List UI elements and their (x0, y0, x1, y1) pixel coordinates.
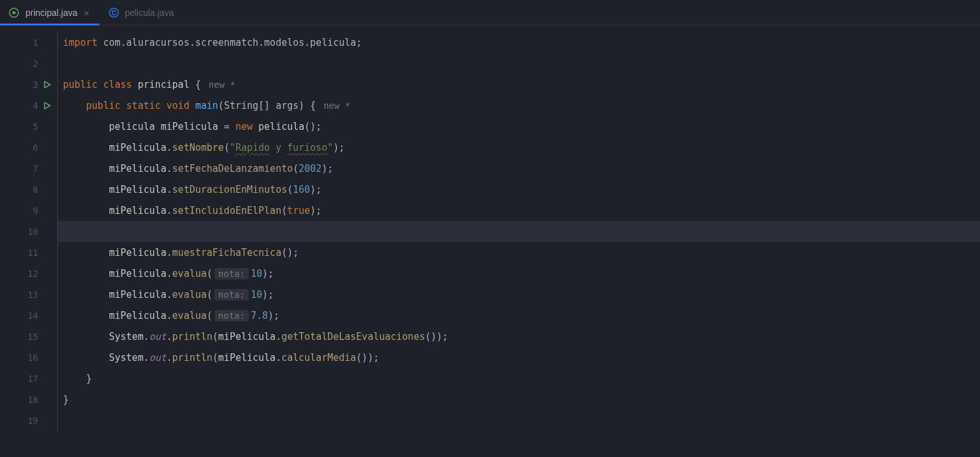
line-number: 8 (23, 185, 38, 195)
code-line[interactable]: public static void main(String[] args) {… (57, 95, 980, 116)
param-hint: nota: (214, 310, 249, 321)
line-number: 12 (23, 269, 38, 279)
code-editor[interactable]: 1 2 3 4 5 6 7 8 9 10 11 12 13 14 15 16 1… (0, 25, 980, 457)
line-number: 4 (23, 101, 38, 111)
code-line[interactable]: public class principal {new * (57, 74, 980, 95)
code-line[interactable]: miPelicula.setFechaDeLanzamiento(2002); (57, 158, 980, 179)
line-number: 11 (23, 248, 38, 258)
class-usage-hint: new * (209, 80, 235, 90)
code-line[interactable]: System.out.println(miPelicula.calcularMe… (57, 347, 980, 368)
code-line[interactable]: } (57, 389, 980, 410)
line-number: 3 (23, 80, 38, 90)
code-line[interactable]: System.out.println(miPelicula.getTotalDe… (57, 326, 980, 347)
gutter: 1 2 3 4 5 6 7 8 9 10 11 12 13 14 15 16 1… (0, 25, 57, 457)
line-number: 14 (23, 311, 38, 321)
tab-label: pelicula.java (125, 8, 174, 18)
code-line[interactable]: miPelicula.setDuracionEnMinutos(160); (57, 179, 980, 200)
svg-text:C: C (112, 10, 116, 17)
code-line[interactable]: miPelicula.evalua(nota:7.8); (57, 305, 980, 326)
line-number: 18 (23, 395, 38, 405)
close-icon[interactable]: ✕ (83, 6, 90, 19)
tab-pelicula-java[interactable]: C pelicula.java (99, 0, 183, 25)
method-usage-hint: new * (323, 101, 350, 111)
line-number: 19 (23, 416, 38, 426)
java-class-run-icon (9, 7, 20, 18)
editor-tabs: principal.java ✕ C pelicula.java (0, 0, 980, 25)
java-class-icon: C (108, 7, 120, 18)
code-line-current[interactable] (57, 221, 980, 242)
line-number: 6 (23, 143, 38, 153)
param-hint: nota: (214, 289, 249, 300)
line-number: 5 (23, 122, 38, 132)
code-line[interactable]: miPelicula.setNombre("Rapido y furioso")… (57, 137, 980, 158)
tab-principal-java[interactable]: principal.java ✕ (0, 0, 99, 25)
code-line[interactable]: pelicula miPelicula = new pelicula(); (57, 116, 980, 137)
line-number: 10 (23, 227, 38, 237)
line-number: 7 (23, 164, 38, 174)
run-method-icon[interactable] (42, 101, 52, 110)
line-number: 9 (23, 206, 38, 216)
code-line[interactable]: miPelicula.evalua(nota:10); (57, 263, 980, 284)
line-number: 17 (23, 374, 38, 384)
line-number: 16 (23, 353, 38, 363)
tab-label: principal.java (25, 8, 78, 18)
code-line[interactable]: import com.aluracursos.screenmatch.model… (57, 32, 980, 53)
code-line[interactable]: } (57, 368, 980, 389)
code-line[interactable]: miPelicula.setIncluidoEnElPlan(true); (57, 200, 980, 221)
code-line[interactable]: miPelicula.muestraFichaTecnica(); (57, 242, 980, 263)
code-text-area[interactable]: import com.aluracursos.screenmatch.model… (57, 25, 980, 457)
code-line[interactable]: miPelicula.evalua(nota:10); (57, 284, 980, 305)
param-hint: nota: (214, 268, 249, 279)
line-number: 1 (23, 38, 38, 48)
line-number: 2 (23, 59, 38, 69)
code-line[interactable] (57, 53, 980, 74)
line-number: 15 (23, 332, 38, 342)
run-class-icon[interactable] (42, 80, 52, 89)
line-number: 13 (23, 290, 38, 300)
code-line[interactable] (57, 410, 980, 431)
